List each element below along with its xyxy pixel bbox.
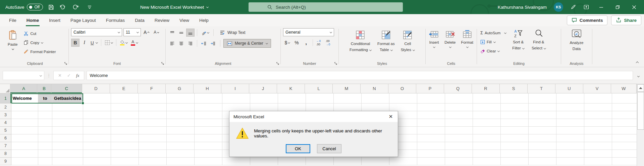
- cell-W8[interactable]: [612, 150, 637, 158]
- cell-A6[interactable]: [11, 134, 38, 142]
- cell-G2[interactable]: [167, 103, 195, 111]
- cell-B9[interactable]: [38, 158, 52, 165]
- bottom-align-button[interactable]: [186, 29, 195, 37]
- column-header-L[interactable]: L: [305, 84, 333, 93]
- cell-U6[interactable]: [556, 134, 584, 142]
- cell-J9[interactable]: [250, 158, 278, 165]
- fill-button[interactable]: Fill: [479, 38, 507, 46]
- cancel-button[interactable]: Cancel: [317, 144, 341, 153]
- cell-D4[interactable]: [83, 119, 111, 127]
- cell-V8[interactable]: [584, 150, 612, 158]
- search-box[interactable]: [249, 2, 403, 12]
- undo-button[interactable]: [59, 4, 68, 10]
- cell-D6[interactable]: [83, 134, 111, 142]
- cell-R1[interactable]: [473, 93, 501, 103]
- cell-H7[interactable]: [195, 142, 222, 150]
- font-color-button[interactable]: A: [129, 39, 139, 47]
- cell-S4[interactable]: [501, 119, 529, 127]
- percent-style-button[interactable]: %: [292, 39, 301, 47]
- cell-S6[interactable]: [501, 134, 529, 142]
- cell-G3[interactable]: [167, 111, 195, 119]
- cell-U7[interactable]: [556, 142, 584, 150]
- cell-M1[interactable]: [334, 93, 362, 103]
- cell-I1[interactable]: [222, 93, 250, 103]
- cell-T5[interactable]: [529, 127, 556, 134]
- cell-R4[interactable]: [473, 119, 501, 127]
- cell-K1[interactable]: [278, 93, 306, 103]
- cell-C7[interactable]: [52, 142, 83, 150]
- cell-styles-button[interactable]: Cell Styles: [398, 28, 417, 54]
- wrap-text-button[interactable]: Wrap Text: [217, 28, 249, 37]
- cell-F7[interactable]: [139, 142, 167, 150]
- cell-E8[interactable]: [111, 150, 139, 158]
- cell-W9[interactable]: [612, 158, 637, 165]
- cell-B8[interactable]: [38, 150, 52, 158]
- cell-B5[interactable]: [38, 127, 52, 134]
- cell-C2[interactable]: [52, 103, 83, 111]
- cell-M2[interactable]: [334, 103, 362, 111]
- row-header-9[interactable]: 9: [0, 158, 11, 165]
- font-family-select[interactable]: Calibri: [71, 28, 122, 36]
- copy-button[interactable]: Copy: [22, 39, 57, 46]
- cell-Q1[interactable]: [445, 93, 473, 103]
- formula-bar-grip[interactable]: ⋮: [47, 73, 51, 78]
- cell-A7[interactable]: [11, 142, 38, 150]
- align-left-button[interactable]: [168, 39, 176, 47]
- user-name[interactable]: Kathurshana Sivalingam: [498, 5, 547, 10]
- cell-P2[interactable]: [417, 103, 445, 111]
- cell-K2[interactable]: [278, 103, 306, 111]
- cell-H9[interactable]: [195, 158, 222, 165]
- cell-Q7[interactable]: [445, 142, 473, 150]
- autosum-button[interactable]: Σ AutoSum: [479, 29, 507, 37]
- format-as-table-chevron[interactable]: [390, 49, 392, 51]
- decrease-decimal-button[interactable]: .00 →0: [325, 39, 333, 47]
- cell-C9[interactable]: [52, 158, 83, 165]
- cell-V2[interactable]: [584, 103, 612, 111]
- cell-D9[interactable]: [83, 158, 111, 165]
- cell-V3[interactable]: [584, 111, 612, 119]
- column-header-B[interactable]: B: [37, 84, 51, 93]
- column-header-P[interactable]: P: [416, 84, 444, 93]
- cell-R5[interactable]: [473, 127, 501, 134]
- cell-B7[interactable]: [38, 142, 52, 150]
- row-header-1[interactable]: 1: [0, 93, 11, 103]
- cell-T8[interactable]: [529, 150, 556, 158]
- cell-V7[interactable]: [584, 142, 612, 150]
- row-header-7[interactable]: 7: [0, 142, 11, 150]
- cell-Q4[interactable]: [445, 119, 473, 127]
- cell-O2[interactable]: [389, 103, 417, 111]
- cell-R6[interactable]: [473, 134, 501, 142]
- column-header-U[interactable]: U: [555, 84, 583, 93]
- cell-A9[interactable]: [11, 158, 38, 165]
- cell-E6[interactable]: [111, 134, 139, 142]
- cell-H2[interactable]: [195, 103, 222, 111]
- find-select-chevron[interactable]: [544, 47, 546, 49]
- tab-data[interactable]: Data: [130, 14, 150, 26]
- cell-S9[interactable]: [501, 158, 529, 165]
- cell-Q8[interactable]: [445, 150, 473, 158]
- ok-button[interactable]: OK: [286, 144, 310, 153]
- cell-D1[interactable]: [83, 93, 111, 103]
- customize-qat-icon[interactable]: [87, 4, 93, 10]
- accounting-chevron[interactable]: [288, 42, 290, 44]
- column-header-M[interactable]: M: [333, 84, 361, 93]
- cell-U3[interactable]: [556, 111, 584, 119]
- row-header-8[interactable]: 8: [0, 150, 11, 158]
- cell-Q6[interactable]: [445, 134, 473, 142]
- insert-function-button[interactable]: fx: [76, 73, 79, 78]
- borders-chevron[interactable]: [111, 42, 113, 44]
- orientation-button[interactable]: ab: [200, 29, 210, 37]
- column-header-S[interactable]: S: [500, 84, 528, 93]
- cell-A2[interactable]: [11, 103, 38, 111]
- conditional-formatting-chevron[interactable]: [369, 49, 371, 51]
- decrease-font-size-button[interactable]: A: [152, 28, 161, 36]
- paste-dropdown-chevron[interactable]: [12, 48, 14, 50]
- cell-Q2[interactable]: [445, 103, 473, 111]
- underline-chevron[interactable]: [96, 42, 98, 44]
- cell-U5[interactable]: [556, 127, 584, 134]
- increase-indent-button[interactable]: [209, 39, 217, 47]
- cell-G6[interactable]: [167, 134, 195, 142]
- cell-M9[interactable]: [334, 158, 362, 165]
- cell-W5[interactable]: [612, 127, 637, 134]
- cell-S2[interactable]: [501, 103, 529, 111]
